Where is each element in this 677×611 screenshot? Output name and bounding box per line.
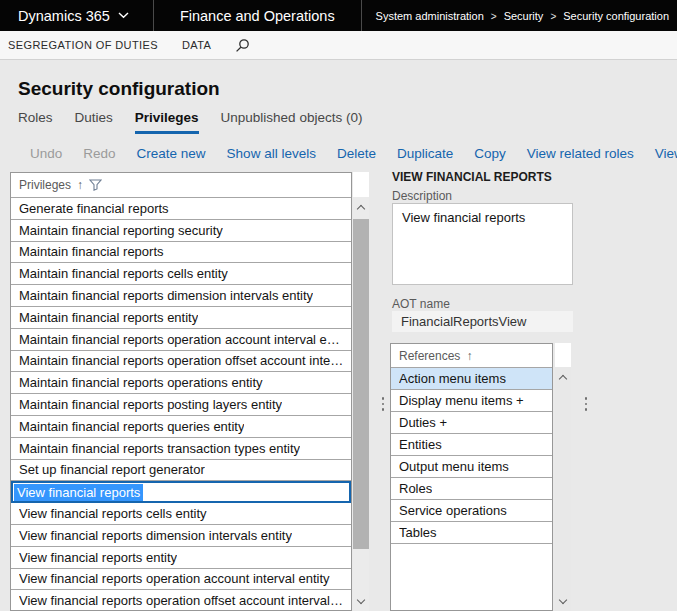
reference-name: Roles bbox=[399, 481, 432, 496]
privilege-name: View financial reports bbox=[14, 484, 143, 501]
search-button[interactable] bbox=[235, 38, 250, 53]
reference-row[interactable]: Roles bbox=[391, 478, 552, 500]
privilege-name: View financial reports operation offset … bbox=[19, 593, 345, 608]
toolbar-button[interactable]: View related roles bbox=[527, 146, 634, 161]
aot-name-field: FinancialReportsView bbox=[392, 311, 573, 332]
splitter-handle[interactable] bbox=[381, 397, 385, 411]
reference-name: Service operations bbox=[399, 503, 507, 518]
privilege-row[interactable]: Maintain financial reports transaction t… bbox=[11, 438, 351, 460]
dynamics-365-menu[interactable]: Dynamics 365 bbox=[0, 0, 153, 31]
command-bar-item[interactable]: SEGREGATION OF DUTIES bbox=[8, 39, 158, 51]
privileges-column-header[interactable]: Privileges ↑ bbox=[11, 173, 351, 198]
privilege-row[interactable]: View financial reports entity bbox=[11, 547, 351, 569]
scrollbar-cap bbox=[353, 172, 369, 197]
tab-strip: RolesDutiesPrivilegesUnpublished objects… bbox=[18, 110, 362, 134]
toolbar-button[interactable]: Show all levels bbox=[227, 146, 316, 161]
privilege-name: Maintain financial reports operations en… bbox=[19, 375, 263, 390]
reference-row[interactable]: Service operations bbox=[391, 500, 552, 522]
privilege-name: View financial reports dimension interva… bbox=[19, 528, 292, 543]
privilege-name: Maintain financial reports entity bbox=[19, 310, 198, 325]
privilege-row[interactable]: View financial reports operation offset … bbox=[11, 590, 351, 611]
toolbar-button[interactable]: Create new bbox=[137, 146, 206, 161]
splitter-handle[interactable] bbox=[584, 397, 588, 411]
privilege-name: Maintain financial reports cells entity bbox=[19, 266, 228, 281]
search-icon bbox=[235, 38, 250, 53]
toolbar-button-disabled: Redo bbox=[83, 146, 115, 161]
aot-name-label: AOT name bbox=[392, 297, 450, 311]
breadcrumb-item[interactable]: Security bbox=[504, 10, 564, 22]
chevron-down-icon bbox=[559, 596, 567, 604]
privilege-row[interactable]: Maintain financial reports posting layer… bbox=[11, 394, 351, 416]
privilege-row[interactable]: Maintain financial reports operations en… bbox=[11, 372, 351, 394]
reference-row[interactable]: Action menu items bbox=[391, 368, 552, 390]
product-name: Dynamics 365 bbox=[18, 8, 110, 24]
sort-ascending-icon: ↑ bbox=[77, 178, 83, 192]
privilege-name: Maintain financial reports operation acc… bbox=[19, 332, 345, 347]
reference-row[interactable]: Entities bbox=[391, 434, 552, 456]
references-column-header[interactable]: References ↑ bbox=[391, 344, 552, 368]
privilege-row[interactable]: Set up financial report generator bbox=[11, 460, 351, 482]
column-header-label: References bbox=[399, 349, 460, 363]
scroll-down-button[interactable] bbox=[555, 591, 571, 611]
privilege-row[interactable]: View financial reports operation account… bbox=[11, 569, 351, 591]
reference-name: Duties + bbox=[399, 415, 447, 430]
privilege-row[interactable]: View financial reports bbox=[11, 481, 351, 503]
toolbar-button[interactable]: Copy bbox=[474, 146, 506, 161]
app-name[interactable]: Finance and Operations bbox=[154, 0, 361, 31]
chevron-down-icon bbox=[118, 12, 129, 19]
chevron-up-icon bbox=[357, 205, 365, 213]
reference-name: Display menu items + bbox=[399, 393, 524, 408]
description-field[interactable]: View financial reports bbox=[392, 203, 573, 285]
privilege-row[interactable]: Maintain financial reports dimension int… bbox=[11, 285, 351, 307]
privilege-row[interactable]: Maintain financial reports operation off… bbox=[11, 351, 351, 373]
scrollbar-cap bbox=[555, 343, 571, 367]
tab[interactable]: Privileges bbox=[135, 110, 199, 134]
reference-row[interactable]: Output menu items bbox=[391, 456, 552, 478]
page-title: Security configuration bbox=[18, 78, 220, 100]
privilege-row[interactable]: Maintain financial reports entity bbox=[11, 307, 351, 329]
privilege-row[interactable]: Maintain financial reports queries entit… bbox=[11, 416, 351, 438]
privilege-row[interactable]: Maintain financial reports operation acc… bbox=[11, 329, 351, 351]
privilege-name: View financial reports entity bbox=[19, 550, 177, 565]
privilege-row[interactable]: Maintain financial reporting security bbox=[11, 220, 351, 242]
scroll-up-button[interactable] bbox=[555, 367, 571, 387]
privilege-row[interactable]: Maintain financial reports bbox=[11, 242, 351, 264]
privilege-row[interactable]: Maintain financial reports cells entity bbox=[11, 263, 351, 285]
reference-name: Output menu items bbox=[399, 459, 509, 474]
tab[interactable]: Roles bbox=[18, 110, 53, 134]
reference-row[interactable]: Tables bbox=[391, 522, 552, 544]
privileges-grid: Privileges ↑ Generate financial reportsM… bbox=[10, 172, 352, 611]
privilege-name: Maintain financial reporting security bbox=[19, 223, 223, 238]
privilege-row[interactable]: View financial reports dimension interva… bbox=[11, 525, 351, 547]
tab[interactable]: Duties bbox=[75, 110, 113, 134]
references-grid: References ↑ Action menu itemsDisplay me… bbox=[390, 343, 553, 611]
toolbar-button[interactable]: Duplicate bbox=[397, 146, 453, 161]
command-bar-item[interactable]: DATA bbox=[182, 39, 211, 51]
reference-row[interactable]: Duties + bbox=[391, 412, 552, 434]
chevron-down-icon bbox=[357, 596, 365, 604]
scroll-down-button[interactable] bbox=[353, 591, 369, 611]
privilege-name: Maintain financial reports queries entit… bbox=[19, 419, 244, 434]
references-scrollbar[interactable] bbox=[555, 343, 571, 611]
chevron-up-icon bbox=[559, 375, 567, 383]
breadcrumb: System administrationSecuritySecurity co… bbox=[362, 0, 677, 31]
privilege-row[interactable]: View financial reports cells entity bbox=[11, 503, 351, 525]
toolbar-button[interactable]: Delete bbox=[337, 146, 376, 161]
scrollbar-thumb[interactable] bbox=[353, 219, 369, 549]
filter-icon[interactable] bbox=[89, 179, 102, 191]
privilege-row[interactable]: Generate financial reports bbox=[11, 198, 351, 220]
privileges-scrollbar[interactable] bbox=[353, 172, 369, 611]
selected-privilege-title: VIEW FINANCIAL REPORTS bbox=[392, 170, 552, 184]
reference-row[interactable]: Display menu items + bbox=[391, 390, 552, 412]
description-label: Description bbox=[392, 189, 452, 203]
breadcrumb-item[interactable]: System administration bbox=[376, 10, 504, 22]
breadcrumb-item[interactable]: Security configuration bbox=[563, 10, 669, 22]
tab[interactable]: Unpublished objects (0) bbox=[221, 110, 363, 134]
toolbar-button-disabled: Undo bbox=[30, 146, 62, 161]
toolbar-button[interactable]: View permissions bbox=[655, 146, 677, 161]
scroll-up-button[interactable] bbox=[353, 197, 369, 217]
reference-name: Tables bbox=[399, 525, 437, 540]
reference-name: Entities bbox=[399, 437, 442, 452]
column-header-label: Privileges bbox=[19, 178, 71, 192]
privilege-name: Maintain financial reports bbox=[19, 244, 164, 259]
